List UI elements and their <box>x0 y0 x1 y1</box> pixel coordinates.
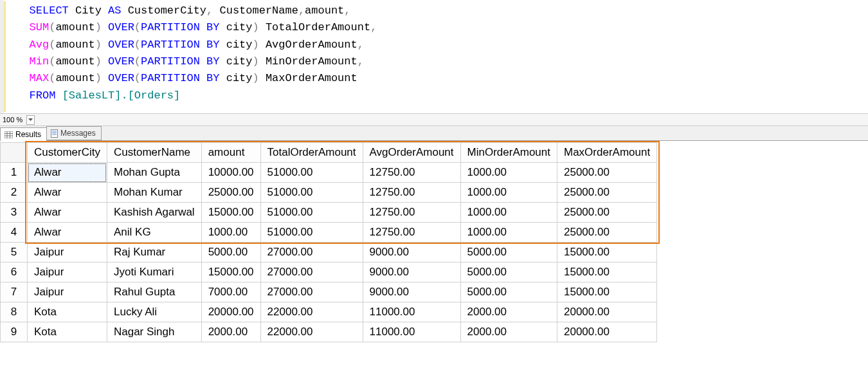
cell[interactable]: 15000.00 <box>557 263 656 282</box>
results-grid[interactable]: CustomerCity CustomerName amount TotalOr… <box>0 142 657 342</box>
cell[interactable]: 10000.00 <box>201 163 260 183</box>
cell[interactable]: 20000.00 <box>557 302 656 322</box>
col-header[interactable]: TotalOrderAmount <box>260 143 363 163</box>
lparen: ( <box>134 55 141 68</box>
cell[interactable]: Alwar <box>28 223 107 243</box>
row-number[interactable]: 3 <box>1 203 28 223</box>
alias-customercity: CustomerCity <box>128 5 206 17</box>
cell[interactable]: Kashish Agarwal <box>107 203 201 223</box>
col-header[interactable]: MinOrderAmount <box>460 143 557 163</box>
row-number[interactable]: 2 <box>1 183 28 203</box>
zoom-dropdown[interactable] <box>26 115 35 125</box>
row-number[interactable]: 5 <box>1 243 28 263</box>
row-number[interactable]: 4 <box>1 223 28 243</box>
row-number[interactable]: 1 <box>1 163 28 183</box>
cell[interactable]: Rahul Gupta <box>107 282 201 302</box>
tab-messages[interactable]: Messages <box>46 126 102 140</box>
cell[interactable]: 15000.00 <box>201 263 260 282</box>
cell[interactable]: 27000.00 <box>260 263 363 282</box>
row-number[interactable]: 9 <box>1 322 28 342</box>
table-row[interactable]: 3AlwarKashish Agarwal15000.0051000.00127… <box>1 203 657 223</box>
table-row[interactable]: 8KotaLucky Ali20000.0022000.0011000.0020… <box>1 302 657 322</box>
cell[interactable]: Lucky Ali <box>107 302 201 322</box>
cell[interactable]: 7000.00 <box>201 282 260 302</box>
cell[interactable]: 15000.00 <box>557 243 656 263</box>
cell[interactable]: 9000.00 <box>363 263 460 282</box>
cell[interactable]: 1000.00 <box>460 203 557 223</box>
cell[interactable]: 1000.00 <box>201 223 260 243</box>
cell[interactable]: Jaipur <box>28 282 107 302</box>
comma: , <box>357 55 364 68</box>
cell[interactable]: Mohan Gupta <box>107 163 201 183</box>
col-header[interactable]: amount <box>201 143 260 163</box>
cell[interactable]: 9000.00 <box>363 243 460 263</box>
col-header[interactable]: CustomerCity <box>28 143 107 163</box>
cell[interactable]: 1000.00 <box>460 223 557 243</box>
cell[interactable]: 51000.00 <box>260 223 363 243</box>
cell[interactable]: Jyoti Kumari <box>107 263 201 282</box>
cell[interactable]: 20000.00 <box>557 322 656 342</box>
table-row[interactable]: 2AlwarMohan Kumar25000.0051000.0012750.0… <box>1 183 657 203</box>
cell[interactable]: Anil KG <box>107 223 201 243</box>
col-customername: CustomerName <box>219 5 298 17</box>
cell[interactable]: Alwar <box>28 163 107 183</box>
tab-results[interactable]: Results <box>0 127 47 141</box>
cell[interactable]: 5000.00 <box>460 282 557 302</box>
cell[interactable]: 5000.00 <box>460 263 557 282</box>
cell[interactable]: 5000.00 <box>201 243 260 263</box>
cell[interactable]: Jaipur <box>28 243 107 263</box>
cell[interactable]: Jaipur <box>28 263 107 282</box>
cell[interactable]: 11000.00 <box>363 302 460 322</box>
cell[interactable]: 2000.00 <box>460 302 557 322</box>
row-number[interactable]: 6 <box>1 263 28 282</box>
cell[interactable]: 2000.00 <box>201 322 260 342</box>
row-number[interactable]: 7 <box>1 282 28 302</box>
table-row[interactable]: 6JaipurJyoti Kumari15000.0027000.009000.… <box>1 263 657 282</box>
cell[interactable]: 1000.00 <box>460 183 557 203</box>
cell[interactable]: 25000.00 <box>557 163 656 183</box>
arg-city: city <box>226 72 253 84</box>
col-header[interactable]: MaxOrderAmount <box>557 143 656 163</box>
cell[interactable]: 12750.00 <box>363 163 460 183</box>
cell[interactable]: 25000.00 <box>557 223 656 243</box>
table-row[interactable]: 9KotaNagar Singh2000.0022000.0011000.002… <box>1 322 657 342</box>
cell[interactable]: Kota <box>28 302 107 322</box>
cell[interactable]: Raj Kumar <box>107 243 201 263</box>
cell[interactable]: 27000.00 <box>260 282 363 302</box>
cell[interactable]: 20000.00 <box>201 302 260 322</box>
cell[interactable]: 25000.00 <box>557 183 656 203</box>
cell[interactable]: 51000.00 <box>260 203 363 223</box>
cell[interactable]: 25000.00 <box>201 183 260 203</box>
col-header[interactable]: AvgOrderAmount <box>363 143 460 163</box>
cell[interactable]: 15000.00 <box>201 203 260 223</box>
cell[interactable]: 12750.00 <box>363 223 460 243</box>
cell[interactable]: 12750.00 <box>363 183 460 203</box>
cell[interactable]: 2000.00 <box>460 322 557 342</box>
cell[interactable]: Mohan Kumar <box>107 183 201 203</box>
cell[interactable]: 12750.00 <box>363 203 460 223</box>
sql-editor[interactable]: SELECT City AS CustomerCity, CustomerNam… <box>0 0 868 113</box>
cell[interactable]: Alwar <box>28 183 107 203</box>
cell[interactable]: Kota <box>28 322 107 342</box>
table-row[interactable]: 5JaipurRaj Kumar5000.0027000.009000.0050… <box>1 243 657 263</box>
cell[interactable]: 25000.00 <box>557 203 656 223</box>
table-row[interactable]: 4AlwarAnil KG1000.0051000.0012750.001000… <box>1 223 657 243</box>
table-row[interactable]: 1AlwarMohan Gupta10000.0051000.0012750.0… <box>1 163 657 183</box>
cell[interactable]: 9000.00 <box>363 282 460 302</box>
cell[interactable]: 15000.00 <box>557 282 656 302</box>
alias-avg: AvgOrderAmount <box>266 39 357 51</box>
cell[interactable]: Nagar Singh <box>107 322 201 342</box>
cell[interactable]: 5000.00 <box>460 243 557 263</box>
cell[interactable]: 22000.00 <box>260 322 363 342</box>
cell[interactable]: 51000.00 <box>260 183 363 203</box>
arg-amount: amount <box>55 55 95 68</box>
col-header[interactable]: CustomerName <box>107 143 201 163</box>
cell[interactable]: 22000.00 <box>260 302 363 322</box>
table-row[interactable]: 7JaipurRahul Gupta7000.0027000.009000.00… <box>1 282 657 302</box>
cell[interactable]: 1000.00 <box>460 163 557 183</box>
row-number[interactable]: 8 <box>1 302 28 322</box>
cell[interactable]: 11000.00 <box>363 322 460 342</box>
cell[interactable]: 51000.00 <box>260 163 363 183</box>
cell[interactable]: 27000.00 <box>260 243 363 263</box>
cell[interactable]: Alwar <box>28 203 107 223</box>
